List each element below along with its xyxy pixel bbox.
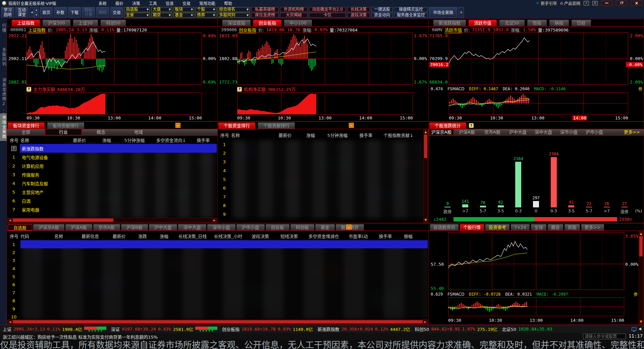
pink-button-0-0[interactable]: 私募英雄榜 (251, 7, 279, 12)
table-row[interactable]: 7家用电器 (7, 205, 217, 214)
index-tab-2-0[interactable]: 新涨跌指数 (433, 20, 466, 26)
index-tab-2-4[interactable]: 纳指 (549, 20, 569, 26)
index-tab-0-1[interactable]: 沪深300 (43, 20, 70, 26)
table-row[interactable]: 5 (218, 175, 422, 184)
updown-subtab-6[interactable]: 沪市小盘 (582, 129, 607, 135)
dropdown-1-4[interactable]: 多股同列▼ (218, 13, 250, 18)
updown-subtab-more[interactable]: 更多>> (620, 129, 644, 135)
index-tab-0-3[interactable]: 科创50 (101, 20, 126, 26)
settings-wrench-icon[interactable]: ⚙ (592, 1, 598, 5)
table-row[interactable]: 1 (7, 240, 428, 248)
toolbar-trade-button[interactable]: 交易 (110, 7, 123, 17)
dropdown-1-3[interactable]: 债券▼ (196, 13, 216, 18)
table-row[interactable]: 1电气电源设备 (7, 153, 217, 161)
help-icon[interactable]: ? (26, 87, 31, 92)
dropdown-1-1[interactable]: 期货▼ (151, 13, 172, 18)
table-row[interactable]: 2 (7, 248, 428, 256)
menu-1[interactable]: 报价 (115, 0, 123, 6)
watchlist-tab-1[interactable]: 沪深京A股 (33, 224, 64, 231)
index-tab-1-1[interactable]: 创业板指 (253, 20, 281, 26)
watchlist-tab-11[interactable]: 基金 (315, 224, 335, 231)
watchlist-tab-9[interactable]: 创业板 (266, 224, 289, 231)
official-site-link[interactable]: ⌂产品官网 (560, 0, 580, 6)
news-tab-5[interactable]: 晨会 (548, 224, 563, 231)
table-row[interactable]: 2计算机应用 (7, 161, 217, 170)
stockrank-tab-1[interactable]: 个股贡献排行 (258, 122, 295, 129)
table-row[interactable]: 8 (218, 201, 422, 210)
table-row[interactable]: 3 (218, 157, 422, 166)
table-row[interactable]: 9 (7, 305, 428, 313)
table-row[interactable]: 3 (7, 256, 428, 264)
pink-button-1-1[interactable]: 大宗揭秘 (280, 13, 308, 18)
sector-tab-1[interactable]: 板块贡献排行 (47, 122, 84, 129)
updown-subtab-0[interactable]: 沪深京A股 (429, 129, 454, 135)
updown-subtab-4[interactable]: 深中大盘 (531, 129, 556, 135)
scroll-left-icon[interactable]: ◀ (8, 320, 12, 324)
dropdown-0-0[interactable]: 自选股▼ (124, 7, 150, 12)
restore-button[interactable] (616, 1, 627, 6)
dropdown-1-0[interactable]: 全景▼ (124, 13, 150, 18)
news-tab-1[interactable]: 个股行情 (460, 224, 484, 231)
scroll-right-icon[interactable]: ▶ (212, 218, 217, 222)
dropdown-0-3[interactable]: 个股▼ (196, 7, 216, 12)
table-row[interactable]: 6 (7, 281, 428, 289)
table-row[interactable]: 2 (218, 149, 422, 157)
menu-3[interactable]: 工具 (149, 0, 157, 6)
table-row[interactable]: 5 (7, 272, 428, 281)
horizontal-scrollbar[interactable]: ◀▶ (7, 319, 428, 324)
table-row[interactable]: 5主营房地产 (7, 188, 217, 196)
table-row[interactable]: 7 (218, 192, 422, 201)
white-button-0-0[interactable]: 一键选股 (371, 7, 393, 12)
index-tab-0-0[interactable]: 上证指数 (12, 20, 40, 26)
pink-button-1-0[interactable]: 席位龙虎榜 (251, 13, 279, 18)
toolbar-button-补数[interactable]: 补数 (54, 7, 67, 17)
sidebar-item-0[interactable]: 行情 (0, 23, 7, 33)
help-icon[interactable]: ? (469, 123, 474, 128)
sector-subtab-1[interactable]: 行业 (45, 129, 82, 135)
watchlist-tab-6[interactable]: 深中大盘 (178, 224, 206, 231)
table-row[interactable]: 7 (7, 289, 428, 297)
pink-button-0-3[interactable]: 长线决策 (347, 7, 370, 12)
toolbar-add-button[interactable]: + (459, 7, 464, 18)
white-button-0-1[interactable]: 操盘精灵监控 (394, 7, 428, 12)
news-tab-4[interactable]: 全球 (531, 224, 546, 231)
dropdown-0-4[interactable]: 综合排名▼ (218, 7, 250, 12)
dropdown-0-1[interactable]: 大盘▼ (151, 7, 172, 12)
toolbar-panorama-button[interactable]: 市场全景图 (429, 7, 457, 18)
menu-2[interactable]: 决策 (132, 0, 140, 6)
more-badge[interactable]: » (346, 225, 352, 230)
index-tab-1-2[interactable]: 中小100 (284, 20, 312, 26)
watchlist-tab-7[interactable]: 深市小盘 (207, 224, 235, 231)
watchlist-tab-3[interactable]: 京市A股 (93, 224, 120, 231)
table-row[interactable]: 8 (7, 297, 428, 305)
sector-subtab-2[interactable]: 概念 (82, 129, 120, 135)
updown-subtab-3[interactable]: 沪中大盘 (505, 129, 531, 135)
toolbar-button-下载[interactable]: 下载 (68, 7, 81, 17)
updown-subtab-2[interactable]: 京市A股 (480, 129, 505, 135)
pink-button-0-1[interactable]: 外资机构榜 (280, 7, 308, 12)
watchlist-tab-5[interactable]: 沪中大盘 (149, 224, 177, 231)
watchlist-tab-10[interactable]: 科创板 (290, 224, 314, 231)
table-row[interactable]: 1 (218, 140, 422, 149)
table-row[interactable]: 9 (218, 210, 422, 218)
speaker-icon[interactable] (639, 328, 641, 331)
stockrank-tab-0[interactable]: 个股资金排行 (218, 122, 255, 129)
watchlist-tab-0[interactable]: 自选股 (8, 224, 32, 231)
news-tab-3[interactable]: 7×24 (511, 224, 530, 231)
table-row[interactable]: 6白酒 (7, 196, 217, 205)
scroll-right-icon[interactable]: ▶ (423, 320, 428, 324)
sidebar-item-2[interactable]: 消息龙虎榜2.0 (0, 78, 7, 117)
table-row[interactable]: 4汽车制造及服 (7, 179, 217, 188)
index-tab-2-5[interactable]: 日经 (572, 20, 591, 26)
nav-down-icon[interactable]: ▼ (34, 12, 39, 17)
command-input[interactable] (583, 334, 626, 339)
news-tab-6[interactable]: 新股 (565, 224, 580, 231)
sector-tab-0[interactable]: 板块资金排行 (8, 122, 45, 129)
watchlist-tab-4[interactable]: 沪深B股 (121, 224, 148, 231)
more-badge[interactable]: » (175, 123, 180, 128)
menu-7[interactable]: 帮助 (224, 0, 232, 6)
white-button-1-0[interactable]: 资金动向 (371, 13, 393, 18)
menu-0[interactable]: 系统 (99, 0, 107, 6)
scroll-down-icon[interactable]: ▼ (424, 218, 428, 222)
news-tab-7[interactable]: 更多>> (581, 224, 604, 231)
